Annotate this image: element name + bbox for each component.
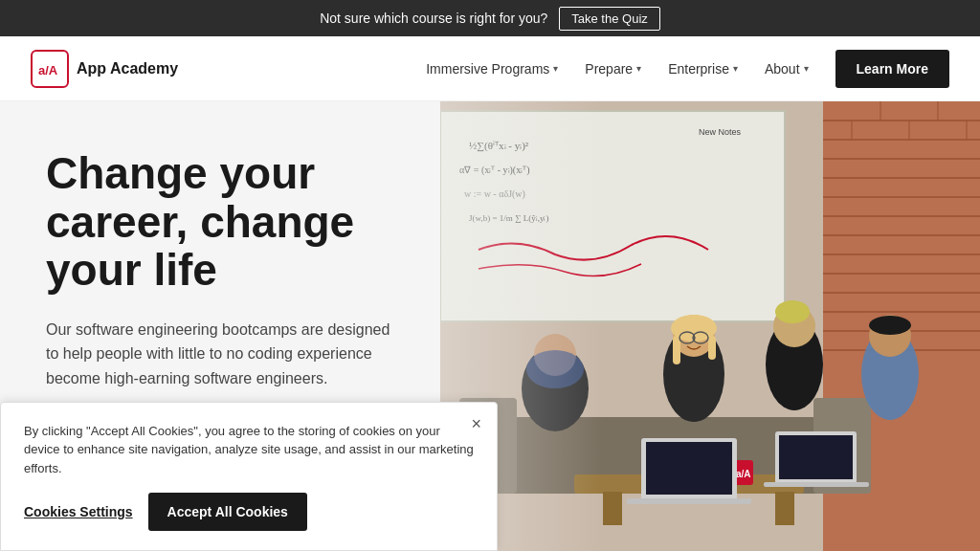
banner-text: Not sure which course is right for you? — [320, 11, 547, 26]
nav-item-immersive[interactable]: Immersive Programs ▾ — [426, 61, 558, 77]
svg-text:a/A: a/A — [38, 63, 58, 77]
cookie-actions: Cookies Settings Accept All Cookies — [24, 493, 474, 531]
chevron-down-icon: ▾ — [804, 63, 809, 74]
learn-more-button[interactable]: Learn More — [835, 50, 949, 88]
close-icon[interactable]: × — [471, 414, 481, 434]
chevron-down-icon: ▾ — [553, 63, 558, 74]
hero-image: ½∑(θⁱᵀxᵢ - yᵢ)² α∇ = (xᵢᵀ - yᵢ)(xᵢᵀ) w :… — [440, 101, 980, 551]
nav-links: Immersive Programs ▾ Prepare ▾ Enterpris… — [426, 50, 949, 88]
nav-item-about[interactable]: About ▾ — [765, 61, 809, 77]
nav-item-enterprise[interactable]: Enterprise ▾ — [668, 61, 738, 77]
accept-all-cookies-button[interactable]: Accept All Cookies — [148, 493, 307, 531]
hero-scene-svg: ½∑(θⁱᵀxᵢ - yᵢ)² α∇ = (xᵢᵀ - yᵢ)(xᵢᵀ) w :… — [440, 101, 980, 551]
hero-section: Change your career, change your life Our… — [0, 101, 980, 551]
logo-icon: a/A — [31, 50, 69, 88]
hero-subtitle: Our software engineering bootcamps are d… — [46, 318, 394, 391]
logo[interactable]: a/A App Academy — [31, 50, 178, 88]
cookies-settings-button[interactable]: Cookies Settings — [24, 504, 133, 519]
top-banner: Not sure which course is right for you? … — [0, 0, 980, 36]
logo-text: App Academy — [77, 60, 178, 77]
navbar: a/A App Academy Immersive Programs ▾ Pre… — [0, 36, 980, 101]
svg-rect-59 — [440, 101, 980, 551]
hero-title: Change your career, change your life — [46, 149, 394, 295]
cookie-banner: × By clicking "Accept All Cookies", you … — [0, 402, 498, 552]
chevron-down-icon: ▾ — [733, 63, 738, 74]
cookie-text: By clicking "Accept All Cookies", you ag… — [24, 422, 474, 478]
nav-item-prepare[interactable]: Prepare ▾ — [585, 61, 641, 77]
quiz-button[interactable]: Take the Quiz — [559, 7, 660, 31]
chevron-down-icon: ▾ — [636, 63, 641, 74]
